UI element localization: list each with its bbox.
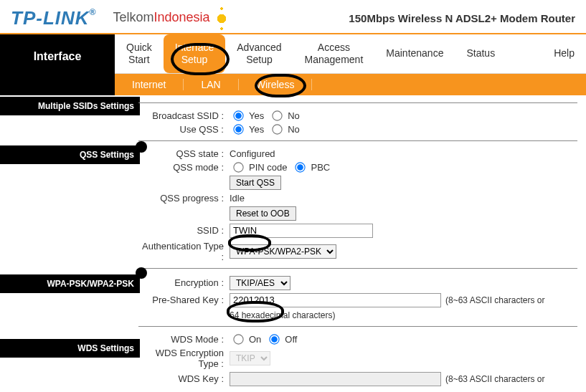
tab-status[interactable]: Status: [455, 34, 506, 73]
wds-key-hint: (8~63 ASCII characters or: [445, 374, 544, 384]
subtab-lan[interactable]: LAN: [184, 79, 238, 90]
psk-hint1: (8~63 ASCII characters or: [445, 295, 544, 305]
radio-useqss-no[interactable]: [273, 124, 283, 134]
cobrand-indonesia: Indonesia: [153, 10, 209, 24]
tab-quick-start[interactable]: Quick Start: [115, 34, 164, 73]
label-use-qss: Use QSS :: [140, 124, 230, 135]
section-wds: WDS Settings: [0, 339, 140, 358]
label-encryption: Encryption :: [140, 277, 230, 288]
section-qss: QSS Settings: [0, 145, 140, 164]
label-wds-enc: WDS Encryption Type :: [140, 348, 230, 369]
radio-qss-pbc[interactable]: [296, 162, 306, 172]
value-qss-state: Configured: [230, 148, 275, 159]
cobrand-telkom: Telkom: [113, 10, 153, 24]
label-auth-type: Authentication Type :: [140, 241, 230, 262]
label-ssid: SSID :: [140, 225, 230, 236]
value-qss-progress: Idle: [230, 193, 245, 204]
section-wpa: WPA-PSK/WPA2-PSK: [0, 274, 140, 293]
auth-type-select[interactable]: WPA-PSK/WPA2-PSK: [230, 244, 336, 259]
label-broadcast-ssid: Broadcast SSID :: [140, 110, 230, 121]
subtab-internet[interactable]: Internet: [115, 79, 184, 90]
radio-qss-pin[interactable]: [233, 162, 243, 172]
tab-interface-setup[interactable]: Interface Setup: [164, 34, 225, 73]
label-qss-mode: QSS mode :: [140, 162, 230, 173]
psk-hint2: 64 hexadecimal characters): [230, 310, 335, 320]
wds-key-input: [230, 372, 441, 386]
reset-oob-button[interactable]: Reset to OOB: [230, 206, 296, 221]
radio-broadcast-no[interactable]: [273, 110, 283, 120]
tab-help[interactable]: Help: [542, 34, 586, 73]
label-wds-key: WDS Key :: [140, 373, 230, 384]
label-qss-state: QSS state :: [140, 148, 230, 159]
subtab-wireless[interactable]: Wireless: [239, 79, 313, 90]
label-qss-progress: QSS progress :: [140, 193, 230, 204]
psk-input[interactable]: [230, 293, 441, 307]
label-psk: Pre-Shared Key :: [140, 295, 230, 305]
label-wds-mode: WDS Mode :: [140, 334, 230, 345]
section-title: Interface: [0, 34, 115, 95]
brand-logo: TP-LINK: [11, 7, 90, 29]
start-qss-button[interactable]: Start QSS: [230, 176, 281, 190]
sun-icon: [214, 11, 230, 27]
radio-broadcast-yes[interactable]: [233, 110, 243, 120]
tab-maintenance[interactable]: Maintenance: [374, 34, 455, 73]
radio-wds-on[interactable]: [233, 334, 243, 344]
tab-access-management[interactable]: Access Management: [293, 34, 375, 73]
radio-wds-off[interactable]: [270, 334, 280, 344]
section-multi-ssid: Multiple SSIDs Settings: [0, 97, 140, 115]
tab-advanced-setup[interactable]: Advanced Setup: [225, 34, 293, 73]
ssid-input[interactable]: [230, 224, 373, 238]
product-title: 150Mbps Wireless N ADSL2+ Modem Router: [349, 12, 575, 24]
encryption-select[interactable]: TKIP/AES: [230, 276, 290, 290]
wds-enc-select: TKIP: [230, 351, 270, 365]
radio-useqss-yes[interactable]: [233, 124, 243, 134]
